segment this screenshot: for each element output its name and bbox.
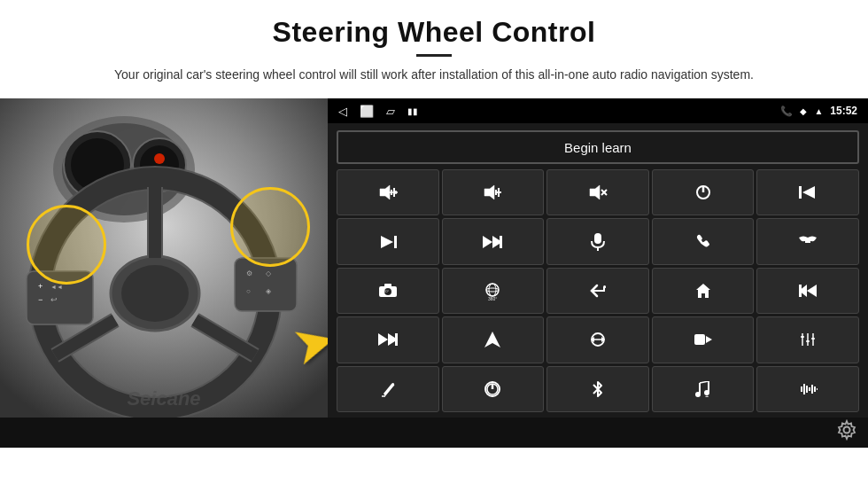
page-wrapper: Steering Wheel Control Your original car… [0, 0, 868, 484]
svg-marker-73 [706, 336, 712, 343]
svg-text:◈: ◈ [266, 287, 272, 295]
signal-icon: ▲ [814, 106, 823, 116]
power-button[interactable] [652, 169, 755, 215]
equalizer-button[interactable] [756, 316, 859, 363]
begin-learn-button[interactable]: Begin learn [337, 130, 859, 164]
skip-fwd-icon [483, 235, 502, 249]
skip-back-button[interactable] [756, 268, 859, 314]
svg-line-85 [700, 381, 709, 383]
waveform-icon [798, 382, 818, 396]
time-display: 15:52 [830, 105, 857, 117]
vol-mute-button[interactable] [546, 169, 649, 215]
svg-point-7 [154, 153, 165, 164]
phone-answer-button[interactable] [652, 218, 755, 264]
android-panel: ◁ ⬜ ▱ ▮▮ 📞 ◆ ▲ 15:52 Begin learn [328, 98, 868, 418]
svg-text:360°: 360° [382, 289, 390, 293]
svg-rect-79 [811, 338, 815, 340]
page-title: Steering Wheel Control [53, 16, 815, 49]
skip-back-icon [799, 284, 817, 298]
svg-point-11 [121, 265, 189, 322]
svg-text:↩: ↩ [50, 295, 58, 304]
prev-track-icon [799, 185, 817, 199]
power-icon [695, 184, 711, 200]
mic-icon [591, 233, 605, 251]
header: Steering Wheel Control Your original car… [0, 0, 868, 93]
svg-text:⚙: ⚙ [246, 269, 252, 277]
svg-text:−: − [38, 295, 43, 304]
vol-up-button[interactable] [337, 169, 439, 215]
svg-text:◇: ◇ [266, 269, 272, 277]
navigation-button[interactable] [442, 316, 545, 363]
svg-marker-33 [484, 185, 494, 199]
bluetooth-icon [592, 380, 604, 398]
seicane-watermark: Seicane [127, 387, 200, 410]
highlight-circle-left [27, 205, 106, 285]
back-nav-button[interactable] [546, 268, 649, 314]
svg-text:✱: ✱ [705, 394, 709, 397]
vol-down-button[interactable] [442, 169, 545, 215]
svg-marker-37 [590, 185, 600, 199]
title-divider [416, 54, 452, 57]
svg-rect-44 [394, 236, 397, 248]
home-nav-button[interactable] [652, 268, 755, 314]
back-nav-icon [590, 284, 606, 298]
camera-button[interactable]: 360° [337, 268, 439, 314]
highlight-circle-right [230, 187, 310, 267]
svg-marker-45 [381, 236, 393, 248]
begin-learn-row: Begin learn [328, 123, 868, 169]
svg-marker-43 [802, 186, 815, 199]
equalizer-icon [800, 332, 816, 347]
svg-rect-75 [801, 336, 804, 338]
skip-fwd-button[interactable] [442, 218, 545, 264]
svg-point-57 [489, 284, 496, 296]
home-icon: ⬜ [360, 105, 374, 118]
page-subtitle: Your original car's steering wheel contr… [53, 66, 815, 84]
svg-marker-62 [807, 285, 817, 297]
svg-point-98 [844, 427, 850, 433]
record-icon [694, 332, 712, 347]
bluetooth-button[interactable] [546, 366, 649, 412]
svg-point-58 [486, 288, 499, 292]
phone-hangup-button[interactable] [756, 218, 859, 264]
steering-bg: + − ◄◄ ↩ ⚙ ◇ ○ ◈ ➤ Seicane [0, 98, 328, 418]
camera-icon: 360° [379, 284, 397, 298]
prev-track-button[interactable] [756, 169, 859, 215]
music-button[interactable]: ✱ [652, 366, 755, 412]
vol-down-icon [483, 184, 502, 200]
svg-text:○: ○ [246, 287, 251, 295]
pen-button[interactable] [337, 366, 439, 412]
svg-text:360°: 360° [488, 296, 497, 301]
navigation-icon [484, 332, 500, 347]
svg-rect-49 [594, 233, 601, 244]
svg-rect-72 [694, 334, 705, 345]
phone-status-icon: 📞 [780, 105, 793, 117]
record-button[interactable] [652, 316, 755, 363]
phone-answer-icon [695, 234, 711, 250]
control-button-grid: 360° 360° [328, 169, 868, 418]
music-icon: ✱ [694, 381, 712, 397]
gear-icon [836, 419, 857, 441]
vol-up-icon [378, 184, 398, 200]
power-circle-icon [484, 380, 501, 398]
next-button[interactable] [337, 218, 439, 264]
swap-button[interactable] [546, 316, 649, 363]
status-bar-right: 📞 ◆ ▲ 15:52 [780, 105, 857, 117]
vol-mute-icon [588, 184, 608, 200]
swap-icon [589, 332, 607, 347]
fast-fwd-button[interactable] [337, 316, 439, 363]
mic-button[interactable] [546, 218, 649, 264]
svg-point-56 [486, 284, 499, 296]
power-circle-button[interactable] [442, 366, 545, 412]
waveform-button[interactable] [756, 366, 859, 412]
wifi-icon: ◆ [800, 106, 807, 116]
settings-gear-icon[interactable] [836, 419, 857, 446]
svg-point-87 [695, 392, 701, 397]
svg-text:+: + [38, 282, 43, 291]
svg-marker-60 [696, 284, 710, 298]
360-view-button[interactable]: 360° [442, 268, 545, 314]
svg-rect-42 [799, 186, 802, 199]
svg-rect-77 [806, 340, 810, 342]
steering-image: + − ◄◄ ↩ ⚙ ◇ ○ ◈ ➤ Seicane [0, 98, 328, 418]
back-icon: ◁ [338, 105, 347, 118]
notification-icons: ▮▮ [407, 106, 418, 116]
